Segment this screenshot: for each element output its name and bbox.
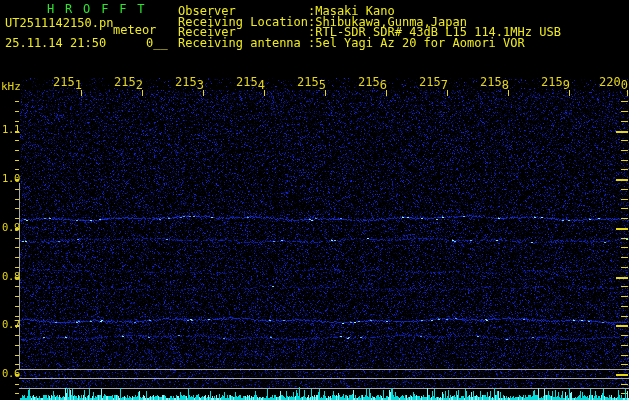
freq-label-0.6: 0.6 <box>2 368 22 379</box>
freq-axis: 1.11.00.90.80.70.6 <box>0 0 629 400</box>
freq-label-0.8: 0.8 <box>2 271 22 282</box>
freq-label-1.0: 1.0 <box>2 173 22 184</box>
hrofft-screen: H R O F F T UT2511142150.pn meteor 25.11… <box>0 0 629 400</box>
freq-label-0.7: 0.7 <box>2 319 22 330</box>
freq-label-0.9: 0.9 <box>2 222 22 233</box>
freq-label-1.1: 1.1 <box>2 124 22 135</box>
